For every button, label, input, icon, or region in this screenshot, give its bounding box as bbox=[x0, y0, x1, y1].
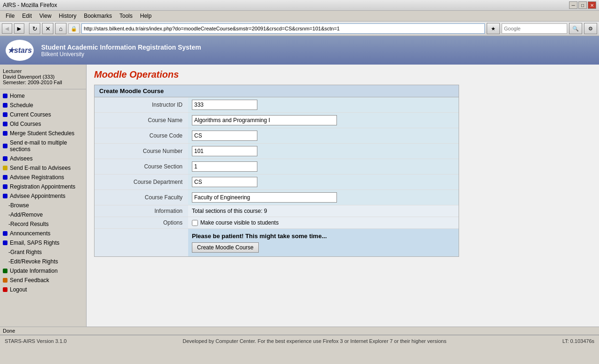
table-row: Course Code bbox=[95, 128, 459, 144]
dot-icon bbox=[3, 144, 7, 148]
instructor-id-label: Instructor ID bbox=[95, 97, 188, 113]
dot-icon bbox=[3, 156, 7, 161]
user-role: Lecturer bbox=[3, 68, 83, 74]
menu-help[interactable]: Help bbox=[136, 12, 155, 20]
sidebar-label: Merge Student Schedules bbox=[10, 130, 74, 137]
sidebar-item-add-remove[interactable]: -Add/Remove bbox=[0, 210, 86, 219]
window-controls: ─ □ ✕ bbox=[569, 1, 596, 9]
sidebar-item-edit-revoke[interactable]: -Edit/Revoke Rights bbox=[0, 257, 86, 266]
page-info-icon[interactable]: 🔒 bbox=[68, 23, 80, 34]
content-area: Moodle Operations Create Moodle Course I… bbox=[87, 65, 599, 327]
sidebar-label: Announcements bbox=[10, 230, 51, 237]
sidebar-label: Advisee Registrations bbox=[10, 174, 64, 181]
sidebar-label: Advisee Appointments bbox=[10, 193, 66, 199]
sidebar-item-advisees[interactable]: Advisees bbox=[0, 154, 86, 163]
sidebar-label: Email, SAPS Rights bbox=[10, 240, 59, 246]
course-department-cell bbox=[188, 175, 459, 190]
home-button[interactable]: ⌂ bbox=[55, 23, 66, 34]
address-input[interactable] bbox=[81, 23, 485, 34]
sidebar-item-current-courses[interactable]: Current Courses bbox=[0, 110, 86, 119]
course-name-input[interactable] bbox=[192, 115, 337, 125]
course-name-cell bbox=[188, 113, 459, 128]
sidebar-item-logout[interactable]: Logout bbox=[0, 285, 86, 294]
sidebar-item-send-email-sections[interactable]: Send e-mail to multiple sections bbox=[0, 138, 86, 154]
menu-file[interactable]: File bbox=[2, 12, 18, 20]
sidebar-label: -Edit/Revoke Rights bbox=[8, 258, 58, 265]
stars-logo: ★stars bbox=[6, 40, 34, 61]
course-faculty-label: Course Faculty bbox=[95, 190, 188, 205]
sidebar-item-advisee-registrations[interactable]: Advisee Registrations bbox=[0, 173, 86, 182]
course-code-label: Course Code bbox=[95, 128, 188, 144]
sidebar-item-send-email-advisees[interactable]: Send E-mail to Advisees bbox=[0, 163, 86, 173]
sidebar-label: -Browse bbox=[8, 202, 29, 209]
create-moodle-course-button[interactable]: Create Moodle Course bbox=[192, 242, 259, 253]
stop-button[interactable]: ✕ bbox=[42, 23, 53, 34]
course-section-input[interactable] bbox=[192, 161, 257, 172]
sidebar-item-record-results[interactable]: -Record Results bbox=[0, 219, 86, 229]
course-code-input[interactable] bbox=[192, 131, 257, 141]
menu-view[interactable]: View bbox=[36, 12, 55, 20]
sidebar-item-update-info[interactable]: Update Information bbox=[0, 266, 86, 276]
course-department-label: Course Department bbox=[95, 175, 188, 190]
dot-icon bbox=[3, 175, 7, 180]
dot-icon bbox=[3, 278, 7, 283]
credit-text: Developed by Computer Center. For the be… bbox=[183, 338, 446, 344]
course-code-cell bbox=[188, 128, 459, 144]
bookmark-star[interactable]: ★ bbox=[487, 23, 500, 34]
checkbox-label: Make course visible to students bbox=[200, 219, 278, 226]
back-button[interactable]: ◄ bbox=[2, 23, 12, 34]
sidebar-item-send-feedback[interactable]: Send Feedback bbox=[0, 276, 86, 285]
status-text: Done bbox=[3, 328, 15, 334]
refresh-button[interactable]: ↻ bbox=[29, 23, 40, 34]
minimize-button[interactable]: ─ bbox=[569, 1, 577, 9]
options-checkbox-container: Make course visible to students bbox=[192, 219, 455, 226]
sidebar-label: -Grant Rights bbox=[8, 249, 42, 255]
course-section-label: Course Section bbox=[95, 159, 188, 175]
menu-edit[interactable]: Edit bbox=[18, 12, 36, 20]
action-label-cell bbox=[95, 229, 188, 257]
sidebar-item-merge-schedules[interactable]: Merge Student Schedules bbox=[0, 129, 86, 138]
dot-icon bbox=[3, 184, 7, 189]
visible-to-students-checkbox[interactable] bbox=[192, 220, 198, 226]
maximize-button[interactable]: □ bbox=[578, 1, 587, 9]
sidebar-item-email-saps[interactable]: Email, SAPS Rights bbox=[0, 238, 86, 248]
menu-history[interactable]: History bbox=[55, 12, 80, 20]
dot-icon bbox=[3, 194, 7, 198]
search-go-button[interactable]: 🔍 bbox=[569, 23, 582, 34]
sidebar-item-grant-rights[interactable]: -Grant Rights bbox=[0, 248, 86, 257]
sidebar-item-advisee-appointments[interactable]: Advisee Appointments bbox=[0, 191, 86, 201]
forward-button[interactable]: ► bbox=[14, 23, 24, 34]
sidebar-item-announcements[interactable]: Announcements bbox=[0, 229, 86, 238]
user-semester: Semester: 2009-2010 Fall bbox=[3, 80, 83, 85]
table-row-info: Information Total sections of this cours… bbox=[95, 205, 459, 217]
close-button[interactable]: ✕ bbox=[588, 1, 596, 9]
menu-bookmarks[interactable]: Bookmarks bbox=[80, 12, 116, 20]
browser-title: AIRS - Mozilla Firefox bbox=[3, 2, 57, 8]
form-table: Instructor ID Course Name Course Code bbox=[95, 97, 459, 256]
table-row: Course Number bbox=[95, 144, 459, 159]
course-faculty-input[interactable] bbox=[192, 192, 337, 203]
menu-tools[interactable]: Tools bbox=[116, 12, 136, 20]
information-cell: Total sections of this course: 9 bbox=[188, 205, 459, 217]
sidebar-item-old-courses[interactable]: Old Courses bbox=[0, 119, 86, 129]
search-input[interactable] bbox=[502, 23, 567, 34]
options-cell: Make course visible to students bbox=[188, 217, 459, 229]
addon-button[interactable]: ⚙ bbox=[584, 23, 597, 34]
instructor-id-input[interactable] bbox=[192, 100, 257, 110]
course-number-input[interactable] bbox=[192, 146, 257, 156]
sidebar-item-home[interactable]: Home bbox=[0, 91, 86, 101]
course-number-cell bbox=[188, 144, 459, 159]
dot-icon bbox=[3, 122, 7, 126]
page-title: Moodle Operations bbox=[94, 69, 592, 80]
course-department-input[interactable] bbox=[192, 177, 257, 187]
dot-icon bbox=[3, 166, 7, 170]
sidebar-item-registration-appointments[interactable]: Registration Appointments bbox=[0, 182, 86, 191]
user-name: David Davenport (333) bbox=[3, 74, 83, 80]
sidebar-label: Send E-mail to Advisees bbox=[10, 165, 71, 171]
sidebar-item-browse[interactable]: -Browse bbox=[0, 201, 86, 210]
course-name-label: Course Name bbox=[95, 113, 188, 128]
system-name: Student Academic Information Registratio… bbox=[41, 44, 201, 51]
table-row-action: Please be patient! This might take some … bbox=[95, 229, 459, 257]
sidebar-label: Current Courses bbox=[10, 111, 51, 118]
sidebar-item-schedule[interactable]: Schedule bbox=[0, 101, 86, 110]
